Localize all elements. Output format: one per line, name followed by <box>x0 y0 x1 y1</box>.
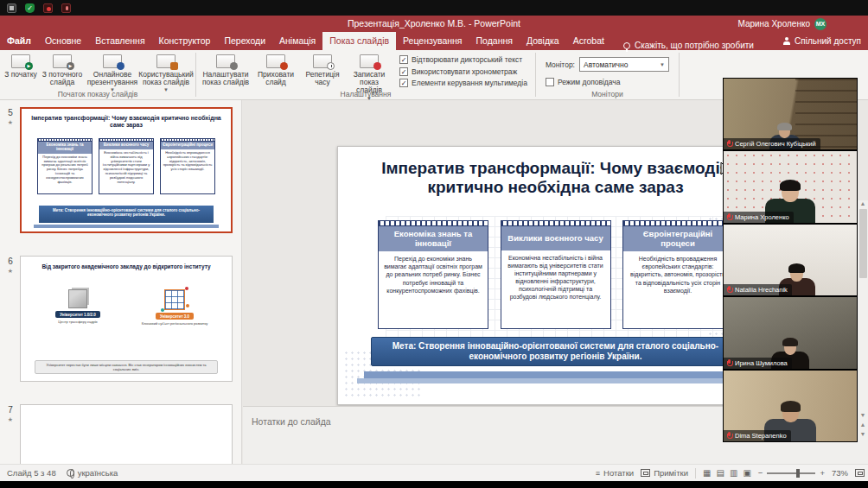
slideshow-screen-icon: ▶ <box>53 54 72 68</box>
use-timings-checkbox[interactable]: Використовувати хронометраж <box>399 67 527 76</box>
participant-tile[interactable]: Ирина Шумилова <box>724 297 857 368</box>
presenter-view-checkbox[interactable]: Режим доповідача <box>546 78 669 86</box>
tab-transitions[interactable]: Переходи <box>217 32 272 50</box>
tab-acrobat[interactable]: Acrobat <box>566 32 611 50</box>
language-button[interactable]: українська <box>67 468 118 478</box>
slide-thumbnail-6[interactable]: Від закритого академічного закладу до ві… <box>20 256 233 382</box>
share-button[interactable]: Спільний доступ <box>782 32 861 50</box>
video-participants-sidebar: Сергій Олегович Кубіцький Марина Хроленк… <box>723 78 858 442</box>
mic-muted-icon <box>726 359 732 367</box>
statusbar: Слайд 5 з 48 українська ≡ Нотатки Приміт… <box>0 464 868 481</box>
zoom-percent[interactable]: 73% <box>832 468 848 478</box>
show-media-controls-checkbox[interactable]: Елементи керування мультимедіа <box>399 79 527 87</box>
slideshow-view-button[interactable]: ▣ <box>743 468 750 478</box>
slide-column-eurointegration[interactable]: Євроінтеграційні процеси Необхідність вп… <box>622 220 733 329</box>
from-current-slide-button[interactable]: ▶ З поточного слайда <box>39 53 86 86</box>
reading-view-button[interactable]: ▥ <box>730 468 737 478</box>
slide-title[interactable]: Імператив трансформації: Чому взаємодія … <box>362 159 749 198</box>
screen-edge-strip <box>0 481 868 488</box>
separator <box>695 468 696 478</box>
tell-me-search[interactable]: Скажіть, що потрібно зробити <box>623 41 754 50</box>
scroll-down-icon[interactable]: ▼ <box>860 412 866 418</box>
setup-slideshow-button[interactable]: Налаштувати показ слайдів <box>199 53 252 86</box>
group-monitors: Монітор: Автоматично ▼ Режим доповідача … <box>536 50 679 99</box>
tab-insert[interactable]: Вставлення <box>88 32 151 50</box>
pedestal-graphic <box>364 371 747 378</box>
shield-icon[interactable] <box>25 3 35 13</box>
clock-icon <box>313 54 332 68</box>
comments-toggle-button[interactable]: Примітки <box>641 468 688 478</box>
screen: Презентація_Хроленко М.В. - PowerPoint М… <box>0 0 868 488</box>
notes-toggle-button[interactable]: ≡ Нотатки <box>596 468 634 478</box>
lightbulb-icon <box>623 42 630 49</box>
checkbox-icon <box>399 79 408 87</box>
open-university-cube-graphic <box>164 289 185 310</box>
participant-name-tag: Dima Stepanenko <box>724 430 791 441</box>
fit-to-window-button[interactable] <box>855 469 865 477</box>
participant-name-tag: Сергій Олегович Кубіцький <box>724 138 820 149</box>
custom-slideshow-button[interactable]: Користувацький показ слайдів ▼ <box>139 53 193 93</box>
vertical-scrollbar[interactable]: ▲ ▼ ▲ ▼ <box>857 200 868 440</box>
slide-sorter-view-button[interactable]: ▤ <box>717 468 724 478</box>
tab-home[interactable]: Основне <box>38 32 88 50</box>
group-setup: Налаштувати показ слайдів Приховати слай… <box>196 50 535 99</box>
tab-help[interactable]: Довідка <box>520 32 566 50</box>
tab-animations[interactable]: Анімація <box>272 32 322 50</box>
hide-slide-button[interactable]: Приховати слайд <box>252 53 299 86</box>
next-slide-icon[interactable]: ▼ <box>860 431 866 437</box>
titlebar: Презентація_Хроленко М.В. - PowerPoint М… <box>0 16 868 32</box>
tab-file[interactable]: Файл <box>0 32 38 50</box>
tab-design[interactable]: Конструктор <box>152 32 218 50</box>
account-name[interactable]: Марина Хроленко <box>737 19 810 29</box>
tab-review[interactable]: Рецензування <box>396 32 469 50</box>
animation-star-icon: ★ <box>8 416 13 423</box>
group-label: Монітори <box>536 90 679 98</box>
account-avatar[interactable]: МХ <box>814 18 827 30</box>
comments-icon <box>641 469 650 477</box>
monitor-select[interactable]: Автоматично ▼ <box>579 57 669 72</box>
normal-view-button[interactable]: ▦ <box>703 468 711 478</box>
scrollbar-thumb[interactable] <box>859 209 867 278</box>
zoom-in-button[interactable]: + <box>820 468 825 478</box>
slide-thumbnail-5[interactable]: Імператив трансформації: Чому взаємодія … <box>20 107 233 233</box>
custom-show-icon <box>156 54 176 68</box>
slide-goal-banner[interactable]: Мета: Створення інноваційно-орієнтованої… <box>371 337 740 366</box>
slide-item-7: 7 ★ <box>3 404 236 464</box>
tab-view[interactable]: Подання <box>469 32 520 50</box>
animation-star-icon: ★ <box>8 268 13 275</box>
slide-column-economy[interactable]: Економіка знань та інновації Перехід до … <box>378 220 488 329</box>
from-beginning-button[interactable]: ▶ З початку <box>3 53 39 79</box>
zoom-slider[interactable] <box>767 472 815 474</box>
group-label: Налаштування <box>196 90 535 98</box>
play-narrations-checkbox[interactable]: Відтворювати дикторський текст <box>399 55 527 64</box>
participant-tile[interactable]: Dima Stepanenko <box>724 371 857 441</box>
mic-icon[interactable] <box>61 3 71 13</box>
zoom-control: − + <box>758 468 825 478</box>
present-online-button[interactable]: Онлайнове презентування ▼ <box>86 53 139 93</box>
slide-column-wartime[interactable]: Виклики воєнного часу Економічна нестабі… <box>501 220 611 329</box>
zoom-out-button[interactable]: − <box>758 468 763 478</box>
apps-icon[interactable] <box>7 3 16 13</box>
rehearse-timings-button[interactable]: Репетиція часу <box>299 53 346 86</box>
participant-name-tag: Марина Хроленко <box>724 212 794 223</box>
scroll-up-icon[interactable]: ▲ <box>860 200 866 206</box>
slide-item-5: 5 ★ Імператив трансформації: Чому взаємо… <box>3 107 236 233</box>
tab-slideshow[interactable]: Показ слайдів <box>322 32 396 50</box>
dropdown-arrow-icon: ▼ <box>660 62 665 67</box>
participant-tile[interactable]: Nataliia Hrechanik <box>724 225 857 295</box>
present-online-icon <box>103 54 122 68</box>
previous-slide-icon[interactable]: ▲ <box>860 421 866 428</box>
slide-number: 6 <box>8 257 13 266</box>
checkbox-icon <box>399 67 408 76</box>
slide-thumbnail-7[interactable] <box>20 404 233 464</box>
zoom-slider-thumb[interactable] <box>796 469 800 478</box>
slide-number: 7 <box>8 405 13 415</box>
participant-tile-active-speaker[interactable]: Марина Хроленко <box>724 151 857 222</box>
globe-icon <box>67 469 74 477</box>
checkbox-icon <box>399 55 408 64</box>
record-icon <box>360 54 379 68</box>
participant-name-tag: Ирина Шумилова <box>724 358 792 369</box>
closed-university-cube-graphic <box>68 289 87 308</box>
participant-tile[interactable]: Сергій Олегович Кубіцький <box>724 79 857 149</box>
record-icon[interactable] <box>43 3 53 13</box>
